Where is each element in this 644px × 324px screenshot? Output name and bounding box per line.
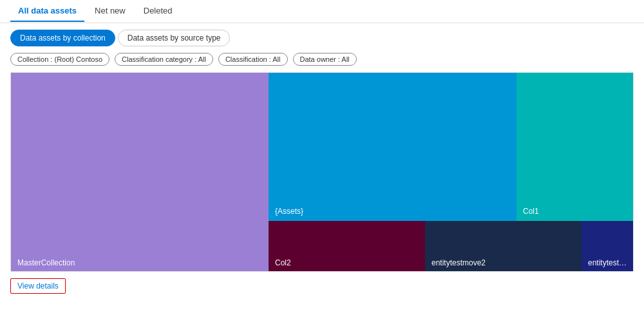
treemap-cell-assets[interactable]: {Assets} xyxy=(269,73,516,221)
view-toggle-row: Data assets by collection Data assets by… xyxy=(10,30,634,46)
filter-row: Collection : (Root) Contoso Classificati… xyxy=(10,53,634,66)
filter-classification[interactable]: Classification : All xyxy=(218,53,288,66)
treemap-cell-col1[interactable]: Col1 xyxy=(516,73,634,221)
filter-data-owner[interactable]: Data owner : All xyxy=(293,53,357,66)
treemap-cell-label-col2: Col2 xyxy=(275,258,291,267)
top-tabs: All data assets Net new Deleted xyxy=(0,0,644,23)
treemap-cell-label-entitytestmove2: entitytestmove2 xyxy=(431,258,486,267)
treemap-cell-label-assets: {Assets} xyxy=(275,207,303,216)
filter-classification-category[interactable]: Classification category : All xyxy=(115,53,213,66)
view-details-button[interactable]: View details xyxy=(10,278,66,294)
toggle-by-collection[interactable]: Data assets by collection xyxy=(10,30,115,46)
treemap-cell-label-entitytestmov: entitytestmov... xyxy=(588,258,630,267)
treemap-cell-label-master_collection: MasterCollection xyxy=(17,258,75,267)
treemap: MasterCollection{Assets}Col1Col2entityte… xyxy=(10,72,634,272)
treemap-cell-entitytestmov[interactable]: entitytestmov... xyxy=(582,221,634,272)
toggle-by-source-type[interactable]: Data assets by source type xyxy=(118,30,231,46)
treemap-cell-entitytestmove2[interactable]: entitytestmove2 xyxy=(425,221,582,272)
tab-net-new[interactable]: Net new xyxy=(87,1,133,22)
view-details-row: View details xyxy=(10,278,634,294)
treemap-cell-label-col1: Col1 xyxy=(523,207,539,216)
tab-deleted[interactable]: Deleted xyxy=(136,1,180,22)
filter-collection[interactable]: Collection : (Root) Contoso xyxy=(10,53,109,66)
treemap-cell-master_collection[interactable]: MasterCollection xyxy=(11,73,269,272)
tab-all-data-assets[interactable]: All data assets xyxy=(10,1,84,22)
main-content: Data assets by collection Data assets by… xyxy=(0,23,644,300)
treemap-cell-col2[interactable]: Col2 xyxy=(269,221,425,272)
